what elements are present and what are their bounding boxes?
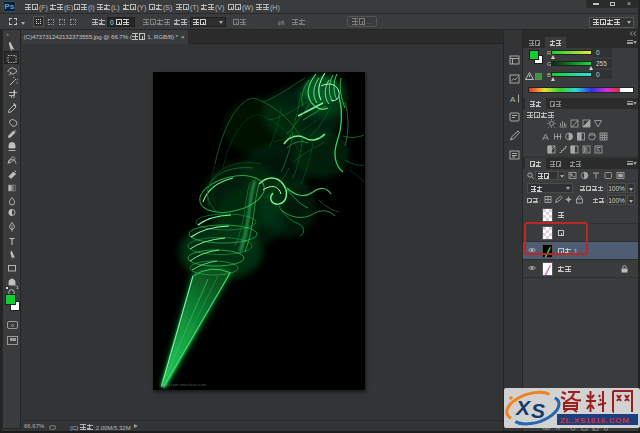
svg-text:ZL.XS1616.COM: ZL.XS1616.COM — [560, 416, 629, 425]
svg-text:A: A — [510, 95, 516, 104]
svg-text:X: X — [515, 396, 532, 419]
svg-text:S: S — [531, 399, 545, 422]
svg-text:huitu.com www.huitu.com: huitu.com www.huitu.com — [161, 382, 207, 387]
